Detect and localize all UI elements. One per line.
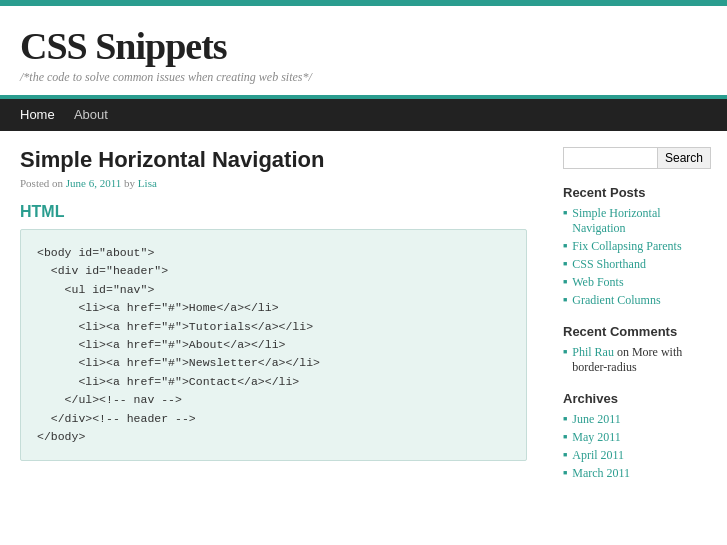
main-wrap: Simple Horizontal Navigation Posted on J… [0, 131, 727, 513]
recent-post-link[interactable]: Web Fonts [572, 275, 623, 290]
list-item: April 2011 [563, 448, 711, 463]
recent-comments-section: Recent Comments ■ Phil Rau on More with … [563, 324, 711, 375]
post-meta: Posted on June 6, 2011 by Lisa [20, 177, 527, 189]
recent-comments-list: ■ Phil Rau on More with border-radius [563, 345, 711, 375]
list-item: Gradient Columns [563, 293, 711, 308]
post-by: by [124, 177, 138, 189]
list-item: Fix Collapsing Parents [563, 239, 711, 254]
html-label: HTML [20, 203, 527, 221]
post-date-link[interactable]: June 6, 2011 [66, 177, 122, 189]
archives-list: June 2011 May 2011 April 2011 March 2011 [563, 412, 711, 481]
archive-link[interactable]: April 2011 [572, 448, 624, 463]
list-item: May 2011 [563, 430, 711, 445]
content: Simple Horizontal Navigation Posted on J… [0, 131, 547, 513]
search-input[interactable] [563, 147, 658, 169]
recent-posts-title: Recent Posts [563, 185, 711, 200]
code-block: <body id="about"> <div id="header"> <ul … [20, 229, 527, 461]
header: CSS Snippets /*the code to solve common … [0, 6, 727, 95]
recent-posts-list: Simple Horizontal Navigation Fix Collaps… [563, 206, 711, 308]
recent-post-link[interactable]: Simple Horizontal Navigation [572, 206, 711, 236]
list-item: June 2011 [563, 412, 711, 427]
list-item: March 2011 [563, 466, 711, 481]
list-item: Web Fonts [563, 275, 711, 290]
recent-post-link[interactable]: CSS Shorthand [572, 257, 646, 272]
comment-author-link[interactable]: Phil Rau [572, 345, 614, 359]
recent-comments-title: Recent Comments [563, 324, 711, 339]
nav-about[interactable]: About [74, 107, 108, 122]
archive-link[interactable]: March 2011 [572, 466, 630, 481]
recent-post-link[interactable]: Fix Collapsing Parents [572, 239, 681, 254]
archives-title: Archives [563, 391, 711, 406]
post-author-link[interactable]: Lisa [138, 177, 157, 189]
list-item: ■ Phil Rau on More with border-radius [563, 345, 711, 375]
search-box: Search [563, 147, 711, 169]
site-tagline: /*the code to solve common issues when c… [20, 70, 707, 85]
nav-home[interactable]: Home [20, 107, 55, 122]
search-button[interactable]: Search [658, 147, 711, 169]
site-title: CSS Snippets [20, 24, 707, 68]
recent-posts-section: Recent Posts Simple Horizontal Navigatio… [563, 185, 711, 308]
nav: Home About [0, 99, 727, 131]
archive-link[interactable]: June 2011 [572, 412, 621, 427]
recent-post-link[interactable]: Gradient Columns [572, 293, 660, 308]
list-item: CSS Shorthand [563, 257, 711, 272]
archives-section: Archives June 2011 May 2011 April 2011 M… [563, 391, 711, 481]
post-title: Simple Horizontal Navigation [20, 147, 527, 173]
sidebar: Search Recent Posts Simple Horizontal Na… [547, 131, 727, 513]
archive-link[interactable]: May 2011 [572, 430, 621, 445]
list-item: Simple Horizontal Navigation [563, 206, 711, 236]
post-meta-label: Posted on [20, 177, 63, 189]
